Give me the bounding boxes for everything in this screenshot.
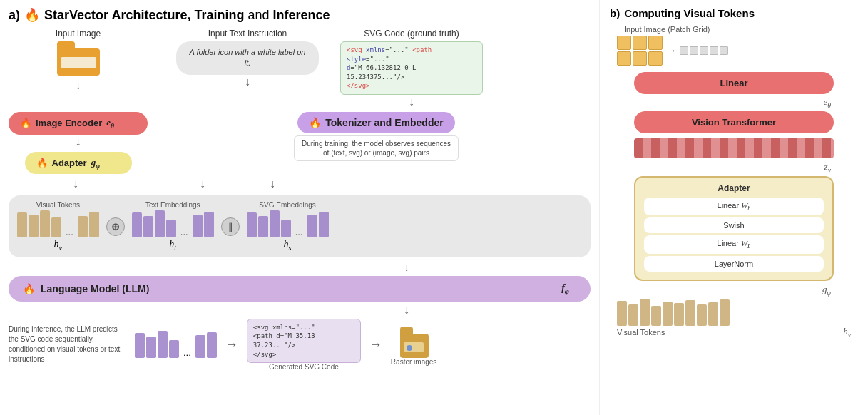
layernorm-box: LayerNorm	[644, 256, 824, 272]
arrow-patches-to-linear: →	[665, 44, 677, 57]
visual-token-bars-2	[78, 212, 99, 237]
arrow-from-svg: ↓	[409, 96, 414, 108]
vit-label: Vision Transformer	[692, 117, 776, 128]
fire-icon-encoder: 🔥	[20, 118, 31, 128]
raster-icon	[397, 324, 431, 358]
tokenizer-box: 🔥 Tokenizer and Embedder	[297, 112, 454, 133]
vt-diagram-container: Input Image (Patch Grid) →	[610, 25, 858, 339]
swish-box: Swish	[644, 217, 824, 233]
patch-grid-row: →	[617, 36, 728, 66]
svg-token-bars-2	[307, 212, 329, 237]
tokenizer-label: Tokenizer and Embedder	[325, 117, 443, 128]
g-phi-row: gφ	[634, 284, 834, 297]
input-image-label-right: Input Image (Patch Grid)	[624, 25, 710, 34]
text-instruction-box: A folder icon with a white label on it.	[176, 41, 319, 75]
svg-embeddings-label: SVG Embeddings	[259, 201, 316, 209]
tokenizer-col: 🔥 Tokenizer and Embedder During training…	[155, 112, 591, 161]
patch-cell	[617, 51, 631, 66]
arrow-to-encoder: ↓	[76, 80, 81, 91]
output-row: During inference, the LLM predicts the S…	[9, 319, 591, 371]
section-label-b: b)	[610, 7, 620, 19]
vt-bar	[697, 304, 707, 326]
image-encoder-label: Image Encoder	[36, 118, 102, 128]
patch-cell-gray	[720, 46, 728, 55]
vit-stripes	[634, 138, 834, 158]
output-token-bars	[135, 331, 179, 358]
input-image-column: Input Image ↓	[9, 29, 148, 93]
vt-bar	[651, 306, 661, 326]
arrow-to-raster: →	[369, 337, 382, 352]
raster-label: Raster images	[391, 358, 436, 366]
vt-bar	[617, 301, 627, 326]
adapter-right-box: Adapter Linear Wh Swish Linear WL LayerN…	[634, 176, 834, 280]
visual-tokens-right	[617, 299, 730, 326]
svg-code-label: SVG Code (ground truth)	[364, 29, 459, 39]
vt-bar	[663, 302, 673, 326]
input-text-label: Input Text Instruction	[208, 29, 287, 39]
input-text-column: Input Text Instruction A folder icon wit…	[162, 29, 333, 89]
arrow-to-tokens: ↓	[73, 178, 78, 190]
adapter-label: Adapter	[52, 158, 87, 168]
text-embeddings-label: Text Embeddings	[145, 201, 200, 209]
adapter-var: gφ	[91, 157, 100, 170]
vt-bar	[720, 299, 730, 326]
vt-bar	[640, 299, 650, 326]
visual-tokens-label-right: Visual Tokens	[617, 328, 665, 337]
patch-cell	[633, 51, 647, 66]
section-label-a: a)	[9, 8, 20, 23]
section-title: a) 🔥 StarVector Architecture, Training a…	[9, 7, 591, 23]
output-tokens: ...	[135, 331, 217, 358]
g-phi-label: gφ	[822, 284, 831, 297]
fire-icon-adapter: 🔥	[36, 158, 48, 168]
arrow-to-llm: ↓	[223, 262, 591, 273]
text-tokens-var: ht	[169, 239, 176, 252]
raster-col: Raster images	[391, 324, 436, 366]
arrow-to-text-tokens: ↓	[200, 178, 205, 190]
vit-block: Vision Transformer	[634, 111, 834, 133]
right-panel: b) Computing Visual Tokens Input Image (…	[599, 0, 868, 415]
folder-icon	[57, 41, 100, 76]
linear-wh-var: Wh	[741, 201, 750, 210]
llm-row: 🔥 Language Model (LLM) fφ	[9, 276, 591, 302]
output-svg-col: <svg xmlns="..." <path d="M 35.13 37.23.…	[247, 319, 361, 371]
fire-icon-llm: 🔥	[23, 283, 35, 294]
output-token-bars-2	[195, 332, 217, 358]
visual-tokens-group: Visual Tokens ... hv	[17, 201, 99, 252]
svg-embeddings-group: SVG Embeddings ... hs	[247, 201, 329, 252]
linear-wh-box: Linear Wh	[644, 198, 824, 215]
svg-token-bars	[247, 210, 291, 237]
arrow-to-svg-tokens: ↓	[270, 178, 275, 190]
adapter-right-title: Adapter	[644, 183, 824, 193]
visual-tokens-var: hv	[54, 239, 63, 252]
llm-var: fφ	[561, 282, 576, 295]
e-theta-row: eθ	[634, 96, 834, 109]
z-v-label: zv	[824, 161, 831, 174]
svg-tokens-var: hs	[284, 239, 292, 252]
vt-bar	[628, 304, 638, 326]
left-panel: a) 🔥 StarVector Architecture, Training a…	[0, 0, 599, 415]
linear-wl-box: Linear WL	[644, 235, 824, 253]
z-v-row: zv	[634, 161, 834, 174]
training-note: During training, the model observes sequ…	[294, 135, 459, 161]
visual-tokens-label: Visual Tokens	[36, 201, 80, 209]
h-v-label: hv	[843, 326, 851, 339]
patch-cell-gray	[700, 46, 708, 55]
patch-cell	[633, 36, 647, 50]
right-title: Computing Visual Tokens	[624, 7, 755, 19]
patch-grid-filled	[617, 36, 663, 66]
arrow-from-llm: ↓	[223, 304, 591, 316]
text-embeddings-group: Text Embeddings ... ht	[132, 201, 214, 252]
encoder-sub: θ	[111, 122, 114, 130]
arrow-to-tokenizer: ↓	[245, 76, 250, 88]
visual-token-bars	[17, 210, 61, 237]
input-image-label: Input Image	[56, 29, 101, 39]
fire-icon-tokenizer: 🔥	[309, 117, 321, 128]
e-theta-label: eθ	[823, 96, 831, 109]
patch-cell	[617, 36, 631, 50]
llm-label: Language Model (LLM)	[41, 283, 149, 294]
svg-code-box: <svg xmlns="..." <path style="..." d="M …	[340, 41, 483, 95]
patch-cell	[648, 51, 663, 66]
patch-grid-small	[680, 46, 728, 55]
linear-block: Linear	[634, 72, 834, 94]
linear-label: Linear	[720, 78, 747, 88]
